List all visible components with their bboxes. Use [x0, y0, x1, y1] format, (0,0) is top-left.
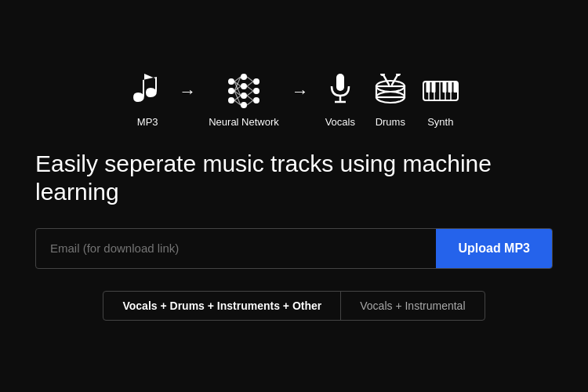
- pipeline-mp3: MP3: [129, 72, 166, 128]
- svg-rect-43: [442, 82, 446, 93]
- svg-line-24: [247, 100, 253, 105]
- upload-row: Upload MP3: [35, 228, 553, 269]
- mode-selector: Vocals + Drums + Instruments + Other Voc…: [103, 291, 485, 321]
- svg-point-3: [241, 74, 247, 80]
- arrow-2: →: [292, 82, 309, 102]
- vocals-label: Vocals: [325, 116, 355, 128]
- svg-point-2: [228, 97, 234, 103]
- svg-point-9: [253, 97, 260, 103]
- arrow-1: →: [179, 82, 196, 102]
- main-container: MP3 →: [20, 72, 568, 321]
- svg-point-6: [241, 102, 247, 108]
- svg-line-19: [247, 77, 253, 82]
- mp3-icon: [129, 72, 166, 110]
- drums-icon: [372, 72, 409, 110]
- svg-line-17: [234, 96, 241, 100]
- svg-point-0: [228, 78, 234, 85]
- svg-line-23: [247, 96, 253, 100]
- pipeline-diagram: MP3 →: [129, 72, 459, 128]
- synth-icon: [422, 72, 459, 110]
- neural-network-icon: [225, 72, 263, 110]
- svg-point-8: [253, 88, 260, 94]
- synth-label: Synth: [427, 116, 453, 128]
- svg-point-1: [228, 88, 234, 94]
- mode-full-button[interactable]: Vocals + Drums + Instruments + Other: [103, 292, 340, 320]
- mp3-label: MP3: [137, 116, 158, 128]
- svg-rect-45: [453, 82, 457, 93]
- svg-point-5: [241, 93, 247, 99]
- neural-label: Neural Network: [209, 116, 279, 128]
- svg-rect-44: [448, 82, 452, 93]
- svg-line-21: [247, 86, 253, 91]
- svg-rect-42: [431, 82, 435, 93]
- email-input[interactable]: [36, 229, 436, 268]
- svg-rect-25: [336, 74, 344, 91]
- svg-line-20: [247, 82, 253, 86]
- pipeline-synth: Synth: [422, 72, 459, 128]
- pipeline-neural: Neural Network: [209, 72, 279, 128]
- pipeline-drums: Drums: [372, 72, 409, 128]
- svg-line-22: [247, 91, 253, 96]
- pipeline-vocals: Vocals: [321, 72, 359, 128]
- svg-rect-41: [426, 82, 430, 93]
- svg-point-7: [253, 78, 260, 85]
- upload-button[interactable]: Upload MP3: [436, 229, 552, 268]
- drums-label: Drums: [376, 116, 405, 128]
- mode-simple-button[interactable]: Vocals + Instrumental: [340, 292, 484, 320]
- headline: Easily seperate music tracks using machi…: [35, 150, 553, 206]
- vocals-icon: [321, 72, 359, 110]
- svg-point-4: [241, 83, 247, 89]
